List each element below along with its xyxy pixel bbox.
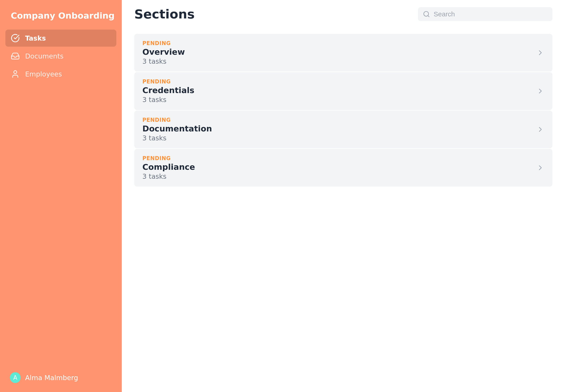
section-card-overview[interactable]: PENDING Overview 3 tasks: [134, 34, 552, 71]
sidebar-item-employees[interactable]: Employees: [5, 66, 116, 83]
sidebar-item-tasks[interactable]: Tasks: [5, 30, 116, 47]
section-name: Overview: [142, 47, 185, 56]
inbox-icon: [11, 52, 20, 61]
section-status: PENDING: [142, 79, 194, 85]
section-info: PENDING Documentation 3 tasks: [142, 117, 212, 142]
main-content: Sections PENDING Overview 3 tasks PENDIN…: [122, 0, 565, 392]
page-title: Sections: [134, 7, 195, 21]
section-tasks: 3 tasks: [142, 172, 195, 180]
avatar: A: [10, 372, 21, 383]
chevron-right-icon: [536, 164, 544, 172]
sidebar-nav: Tasks Documents Employees: [5, 30, 116, 369]
section-card-compliance[interactable]: PENDING Compliance 3 tasks: [134, 149, 552, 187]
chevron-right-icon: [536, 125, 544, 133]
user-icon: [11, 70, 20, 79]
section-name: Documentation: [142, 124, 212, 133]
sidebar-item-label: Tasks: [25, 34, 46, 42]
user-name: Alma Malmberg: [25, 374, 78, 382]
section-card-credentials[interactable]: PENDING Credentials 3 tasks: [134, 72, 552, 110]
sidebar-item-label: Documents: [25, 52, 63, 60]
section-status: PENDING: [142, 117, 212, 123]
search-container[interactable]: [418, 7, 552, 21]
check-circle-icon: [11, 34, 20, 42]
section-info: PENDING Compliance 3 tasks: [142, 155, 195, 180]
section-status: PENDING: [142, 40, 185, 46]
chevron-right-icon: [536, 49, 544, 57]
section-tasks: 3 tasks: [142, 96, 194, 104]
section-card-documentation[interactable]: PENDING Documentation 3 tasks: [134, 111, 552, 148]
sidebar-item-label: Employees: [25, 70, 62, 78]
sections-list: PENDING Overview 3 tasks PENDING Credent…: [134, 34, 552, 187]
search-icon: [423, 11, 430, 18]
header: Sections: [134, 7, 552, 21]
chevron-right-icon: [536, 87, 544, 95]
search-input[interactable]: [434, 10, 548, 18]
sidebar-item-documents[interactable]: Documents: [5, 48, 116, 65]
section-name: Credentials: [142, 86, 194, 95]
section-status: PENDING: [142, 155, 195, 161]
section-tasks: 3 tasks: [142, 57, 185, 65]
section-tasks: 3 tasks: [142, 134, 212, 142]
sidebar-user[interactable]: A Alma Malmberg: [5, 369, 116, 387]
section-info: PENDING Overview 3 tasks: [142, 40, 185, 65]
section-info: PENDING Credentials 3 tasks: [142, 79, 194, 104]
sidebar: Company Onboarding Tasks Documents Emplo…: [0, 0, 122, 392]
app-title: Company Onboarding: [5, 5, 116, 21]
svg-point-0: [14, 71, 17, 73]
section-name: Compliance: [142, 162, 195, 171]
